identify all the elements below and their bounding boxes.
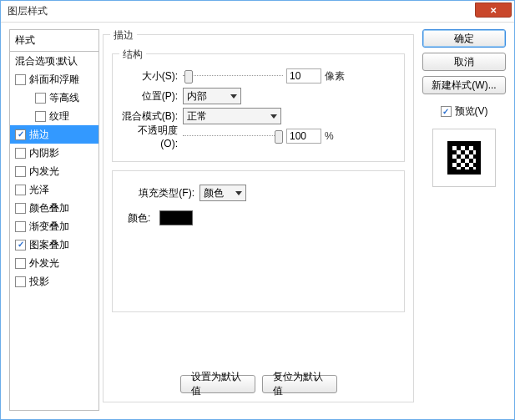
style-label: 投影 xyxy=(29,275,49,289)
style-checkbox[interactable] xyxy=(35,93,46,104)
stroke-fieldset: 描边 结构 大小(S): 10 像素 位置(P): 内部 xyxy=(103,34,414,402)
position-value: 内部 xyxy=(187,89,207,104)
style-label: 光泽 xyxy=(29,183,49,197)
style-label: 等高线 xyxy=(49,91,79,105)
make-default-button[interactable]: 设置为默认值 xyxy=(180,375,255,393)
ok-button[interactable]: 确定 xyxy=(422,29,506,48)
style-label: 颜色叠加 xyxy=(29,201,69,215)
caret-icon xyxy=(230,94,237,99)
filltype-value: 颜色 xyxy=(204,186,224,200)
style-item-1[interactable]: 等高线 xyxy=(10,89,98,107)
position-dropdown[interactable]: 内部 xyxy=(183,88,241,104)
preview-checkbox[interactable] xyxy=(441,106,452,117)
blendmode-label: 混合模式(B): xyxy=(121,109,178,124)
cancel-button[interactable]: 取消 xyxy=(422,53,506,71)
style-item-7[interactable]: 颜色叠加 xyxy=(10,199,98,217)
style-label: 内发光 xyxy=(29,164,59,179)
right-panel: 确定 取消 新建样式(W)... 预览(V) xyxy=(417,29,506,411)
style-checkbox[interactable] xyxy=(15,185,26,195)
blend-options-item[interactable]: 混合选项:默认 xyxy=(10,52,98,70)
color-label: 颜色: xyxy=(128,211,154,225)
style-label: 外发光 xyxy=(29,256,59,271)
style-checkbox[interactable] xyxy=(15,221,26,232)
preview-row: 预览(V) xyxy=(422,104,506,119)
reset-default-button[interactable]: 复位为默认值 xyxy=(262,375,337,393)
filltype-label: 填充类型(F): xyxy=(121,186,194,200)
preview-box xyxy=(432,129,496,187)
style-item-3[interactable]: 描边 xyxy=(10,125,98,144)
style-checkbox[interactable] xyxy=(15,258,26,269)
main-panel: 描边 结构 大小(S): 10 像素 位置(P): 内部 xyxy=(103,29,414,411)
style-item-6[interactable]: 光泽 xyxy=(10,180,98,199)
stroke-legend: 描边 xyxy=(110,28,137,43)
window-title: 图层样式 xyxy=(8,4,48,18)
style-item-9[interactable]: 图案叠加 xyxy=(10,235,98,254)
opacity-slider[interactable] xyxy=(183,129,283,144)
fill-fieldset: 填充类型(F): 颜色 颜色: xyxy=(112,170,405,312)
style-item-10[interactable]: 外发光 xyxy=(10,254,98,272)
structure-fieldset: 结构 大小(S): 10 像素 位置(P): 内部 xyxy=(112,53,405,162)
size-input[interactable]: 10 xyxy=(286,68,321,83)
preview-label: 预览(V) xyxy=(455,104,488,119)
close-button[interactable]: ✕ xyxy=(475,3,512,18)
caret-icon xyxy=(270,114,277,119)
style-checkbox[interactable] xyxy=(15,276,26,287)
style-item-11[interactable]: 投影 xyxy=(10,272,98,291)
style-item-8[interactable]: 渐变叠加 xyxy=(10,217,98,235)
opacity-input[interactable]: 100 xyxy=(286,129,321,144)
style-checkbox[interactable] xyxy=(35,111,46,122)
opacity-label: 不透明度(O): xyxy=(121,124,178,149)
styles-header: 样式 xyxy=(10,30,98,52)
preview-thumbnail xyxy=(447,141,481,175)
style-checkbox[interactable] xyxy=(15,240,26,250)
style-checkbox[interactable] xyxy=(15,203,26,214)
style-item-2[interactable]: 纹理 xyxy=(10,107,98,125)
content: 样式 混合选项:默认 斜面和浮雕等高线纹理描边内阴影内发光光泽颜色叠加渐变叠加图… xyxy=(1,23,514,419)
style-checkbox[interactable] xyxy=(15,148,26,159)
style-label: 内阴影 xyxy=(29,146,59,160)
color-swatch[interactable] xyxy=(159,210,193,225)
size-label: 大小(S): xyxy=(121,69,178,83)
structure-legend: 结构 xyxy=(119,48,146,62)
titlebar: 图层样式 ✕ xyxy=(1,1,514,23)
opacity-unit: % xyxy=(325,130,334,142)
style-checkbox[interactable] xyxy=(15,74,26,85)
styles-list: 样式 混合选项:默认 斜面和浮雕等高线纹理描边内阴影内发光光泽颜色叠加渐变叠加图… xyxy=(9,29,99,411)
style-label: 纹理 xyxy=(49,109,69,124)
new-style-button[interactable]: 新建样式(W)... xyxy=(422,76,506,94)
caret-icon xyxy=(235,191,242,195)
layer-style-dialog: 图层样式 ✕ 样式 混合选项:默认 斜面和浮雕等高线纹理描边内阴影内发光光泽颜色… xyxy=(0,0,515,420)
style-label: 图案叠加 xyxy=(29,238,69,252)
style-label: 斜面和浮雕 xyxy=(29,73,79,87)
size-slider[interactable] xyxy=(183,68,283,83)
style-item-0[interactable]: 斜面和浮雕 xyxy=(10,70,98,89)
style-item-5[interactable]: 内发光 xyxy=(10,162,98,180)
blendmode-value: 正常 xyxy=(187,109,207,124)
style-checkbox[interactable] xyxy=(15,166,26,177)
style-item-4[interactable]: 内阴影 xyxy=(10,144,98,162)
blend-options-label: 混合选项:默认 xyxy=(15,54,78,68)
size-unit: 像素 xyxy=(325,69,345,83)
blendmode-dropdown[interactable]: 正常 xyxy=(183,108,281,124)
style-label: 描边 xyxy=(29,128,49,142)
style-label: 渐变叠加 xyxy=(29,220,69,234)
position-label: 位置(P): xyxy=(121,89,178,104)
filltype-dropdown[interactable]: 颜色 xyxy=(199,185,246,201)
style-checkbox[interactable] xyxy=(15,129,26,140)
